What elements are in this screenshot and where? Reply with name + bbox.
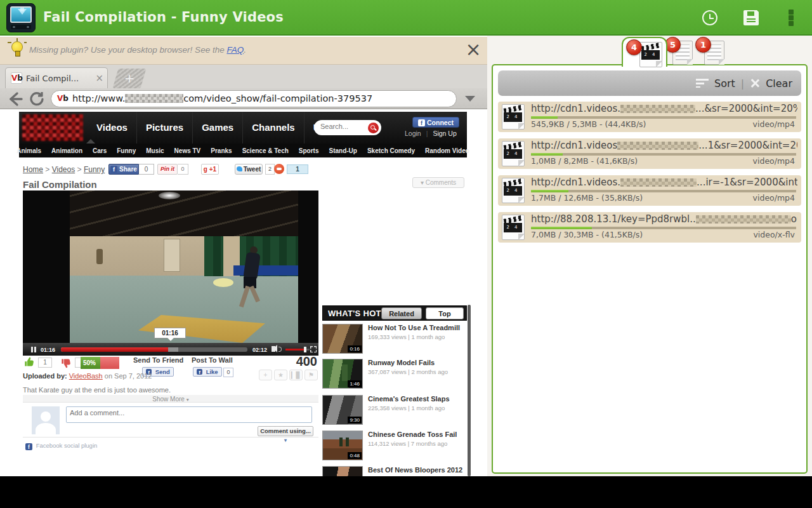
downloads-tab-active[interactable]: 4 2 4 5 — [622, 37, 667, 67]
download-progress-track — [531, 116, 796, 119]
facebook-connect-button[interactable]: fConnect — [412, 117, 459, 128]
download-item[interactable]: 2 4 5 http://cdn1.videos....ir=-1&sr=200… — [498, 175, 801, 206]
video-player[interactable]: 01:16 01:16 02:12 — [23, 190, 318, 356]
googleplus-widget[interactable]: g +1 — [201, 164, 219, 175]
seek-tooltip: 01:16 — [154, 328, 186, 338]
category-music[interactable]: Music — [146, 147, 164, 154]
avatar — [32, 406, 60, 434]
category-scitech[interactable]: Science & Tech — [242, 147, 289, 154]
plugin-notification-bar: Missing plugin? Use your desktop browser… — [0, 37, 487, 65]
hot-video-item[interactable]: 0:16 How Not To Use A Treadmill169,333 v… — [322, 324, 467, 356]
favorite-icon-button[interactable]: ★ — [274, 370, 287, 380]
new-tab-button[interactable]: + — [113, 69, 147, 88]
download-size: 1,7MB / 12,6MB - (35,8KB/s) — [531, 193, 643, 203]
search-icon[interactable] — [368, 123, 379, 133]
seek-bar[interactable] — [61, 347, 247, 352]
category-newstv[interactable]: News TV — [174, 147, 201, 154]
volume-handle[interactable] — [304, 347, 306, 352]
rating-green: 50% — [81, 357, 100, 369]
hot-video-meta: 169,333 views | 1 month ago — [368, 333, 464, 340]
login-signup: Login|Sign Up — [405, 130, 463, 141]
save-icon[interactable] — [743, 10, 759, 25]
category-sketch[interactable]: Sketch Comedy — [367, 147, 415, 154]
hot-video-item[interactable]: 0:48 Chinese Grenade Toss Fail114,312 vi… — [322, 431, 467, 462]
category-random[interactable]: Random Video — [425, 147, 469, 154]
overflow-menu-icon[interactable] — [789, 10, 794, 15]
screen: Fail Compilation - Funny Videos Missing … — [0, 0, 812, 508]
url-dropdown-chevron-icon[interactable] — [465, 96, 475, 102]
download-progress-fill — [531, 227, 592, 229]
search-input[interactable] — [320, 123, 365, 130]
history-clock-icon[interactable] — [702, 10, 717, 25]
list-tab-2[interactable]: 5 — [672, 41, 697, 66]
category-pranks[interactable]: Pranks — [211, 147, 232, 154]
download-item[interactable]: 2 4 5 http://88.208.13.1/key=Ppd8rwbl..o… — [498, 212, 801, 243]
breadcrumb-home[interactable]: Home — [23, 165, 43, 174]
category-funny[interactable]: Funny — [117, 147, 136, 154]
clear-button[interactable]: Clear — [766, 77, 792, 90]
tweet-label: Tweet — [244, 166, 261, 173]
hot-video-item[interactable]: 1:46 Runway Model Fails367,087 views | 2… — [322, 359, 467, 391]
signup-link[interactable]: Sign Up — [433, 130, 456, 141]
url-field[interactable]: Vb http://www.com/video_show/fail-compil… — [51, 90, 457, 107]
category-sports[interactable]: Sports — [299, 147, 319, 154]
uploader-link[interactable]: VideoBash — [69, 372, 103, 380]
page-title: Fail Compilation - Funny Videos — [43, 0, 284, 34]
page-scrollbar[interactable] — [468, 305, 471, 476]
connect-label: Connect — [427, 119, 454, 126]
fullscreen-icon[interactable] — [310, 346, 317, 352]
volume-slider[interactable] — [285, 349, 310, 351]
fb-like-button[interactable]: f Like — [193, 367, 222, 377]
divider: | — [741, 77, 744, 90]
volume-icon[interactable] — [272, 346, 275, 352]
nav-games[interactable]: Games — [193, 112, 243, 144]
download-item[interactable]: 2 4 5 http://cdn1.videos....&sr=2000&int… — [498, 102, 801, 132]
category-animation[interactable]: Animation — [51, 147, 82, 154]
back-icon[interactable] — [6, 90, 24, 108]
url-prefix: http://cdn1.videos. — [531, 103, 620, 114]
tab-related[interactable]: Related — [381, 307, 422, 319]
site-favicon: Vb — [11, 72, 22, 84]
list-tab-3[interactable]: 1 — [704, 41, 728, 66]
category-standup[interactable]: Stand-Up — [329, 147, 357, 154]
clear-x-icon[interactable] — [750, 78, 760, 88]
category-animals[interactable]: Animals — [16, 147, 41, 154]
breadcrumb-funny[interactable]: Funny — [84, 165, 105, 174]
thumbs-down-icon[interactable] — [61, 358, 72, 368]
notification-close-icon[interactable]: × — [462, 38, 485, 61]
stats-icon-button[interactable]: ▎▊ — [289, 370, 303, 380]
thumbs-up-icon[interactable] — [24, 357, 35, 367]
site-logo-censored[interactable] — [22, 114, 83, 141]
video-description: That Karate guy at the end is just too a… — [23, 386, 171, 394]
login-link[interactable]: Login — [405, 130, 421, 141]
tab-top[interactable]: Top — [426, 307, 464, 319]
pause-icon[interactable] — [31, 347, 33, 352]
stumbleupon-icon[interactable] — [274, 164, 284, 174]
nav-pictures[interactable]: Pictures — [137, 112, 193, 144]
category-cars[interactable]: Cars — [93, 147, 107, 154]
tab-close-icon[interactable]: × — [95, 72, 103, 84]
refresh-icon[interactable] — [28, 90, 46, 108]
comments-button[interactable]: ▾ Comments — [412, 177, 464, 188]
hot-video-item[interactable]: 9:30 Cinema's Greatest Slaps225,358 view… — [322, 395, 467, 427]
nav-channels[interactable]: Channels — [243, 112, 304, 144]
hot-video-title: How Not To Use A Treadmill — [368, 324, 464, 332]
hot-video-item[interactable]: Best Of News Bloopers 2012 — [322, 466, 467, 476]
browser-tab[interactable]: Vb Fail Compil... × — [5, 67, 108, 88]
censored-url — [620, 105, 695, 113]
breadcrumb-videos[interactable]: Videos — [52, 165, 75, 174]
download-url: http://cdn1.videos....&sr=2000&int=20%&s… — [531, 103, 797, 114]
breadcrumb: Home > Videos > Funny — [23, 165, 105, 174]
facebook-share-widget[interactable]: fShare 0 — [108, 164, 154, 175]
sort-button[interactable]: Sort — [714, 77, 735, 90]
clap-numbers: 2 4 5 — [504, 186, 522, 196]
add-icon-button[interactable]: + — [259, 370, 272, 380]
pinterest-widget[interactable]: Pin it 0 — [157, 164, 188, 175]
tweet-widget[interactable]: Tweet 2 — [235, 164, 275, 175]
comment-input[interactable] — [66, 406, 312, 423]
sort-icon[interactable] — [696, 79, 709, 88]
flag-icon-button[interactable]: ⚑ — [304, 370, 318, 380]
comment-using-button[interactable]: Comment using... ▾ — [258, 426, 313, 436]
faq-link[interactable]: FAQ — [226, 45, 244, 55]
download-item[interactable]: 2 4 5 http://cdn1.videos...1&sr=2000&int… — [498, 138, 801, 169]
